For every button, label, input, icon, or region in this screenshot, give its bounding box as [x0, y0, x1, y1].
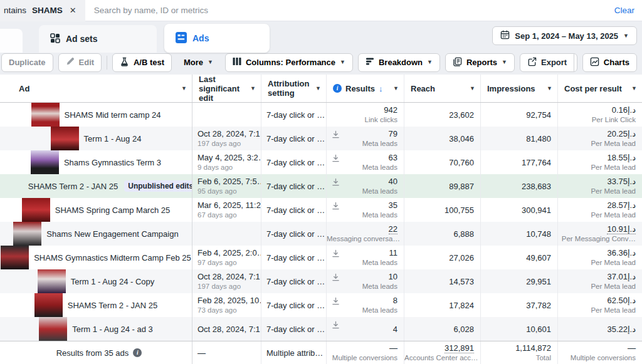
columns-icon [233, 57, 241, 68]
ad-thumbnail [34, 293, 63, 317]
download-icon[interactable] [332, 130, 340, 140]
ad-thumbnail [13, 222, 41, 246]
ad-thumbnail [31, 103, 60, 127]
export-button-label: Export [541, 58, 567, 67]
ad-thumbnail [39, 317, 67, 341]
ab-test-button-label: A/B test [134, 58, 164, 67]
info-icon[interactable]: i [133, 348, 142, 357]
column-header-attribution-setting[interactable]: Attribution setting▼ [261, 75, 327, 102]
edit-button-label: Edit [79, 58, 95, 67]
export-split-button: Export ▼ [520, 53, 577, 72]
ad-name-link[interactable]: SHAMS Mid term camp 24 [65, 110, 161, 120]
column-header-results[interactable]: i Results ↓ ▼ [327, 75, 404, 102]
ad-name-link[interactable]: Shams New Engagement Campaign [46, 229, 178, 239]
tab-strip: Ad sets Ads Sep 1, 2024 – May 13, 2025 ▼ [0, 21, 642, 53]
ad-thumbnail [0, 174, 23, 198]
grid-icon [50, 33, 60, 45]
export-button[interactable]: Export [520, 54, 574, 71]
chevron-down-icon[interactable]: ▼ [393, 86, 399, 91]
ab-test-button[interactable]: A/B test [112, 53, 172, 72]
search-bar: ntains SHAMS ✕ Clear [0, 0, 642, 21]
ad-name-link[interactable]: SHAMS Spring Camp March 25 [55, 205, 171, 215]
chevron-down-icon: ▼ [502, 60, 507, 65]
sort-descending-icon: ↓ [379, 84, 383, 93]
ad-name-link[interactable]: SHAMS Term 2 - JAN 25 [28, 182, 118, 191]
info-icon[interactable]: i [333, 84, 342, 93]
tab-ads-label: Ads [192, 33, 209, 43]
toolbar: Duplicate Edit A/B test More ▼ Columns: … [0, 53, 642, 75]
ad-name-link[interactable]: Shams Gymnastics Term 3 [64, 158, 161, 167]
table-row[interactable]: SHAMS Spring Camp March 25 Mar 6, 2025, … [0, 198, 642, 222]
reports-icon [453, 57, 462, 68]
duplicate-button-label: Duplicate [9, 58, 46, 67]
table-footer: Results from 35 ads i — Multiple attrib…… [0, 341, 642, 364]
download-icon[interactable] [332, 321, 340, 331]
column-header-last-significant-edit[interactable]: Last significant edit▼ [192, 75, 261, 102]
download-icon[interactable] [332, 297, 340, 307]
calendar-icon [500, 30, 510, 41]
flask-icon [120, 57, 129, 68]
table-row[interactable]: Shams Gymnastics Term 3 May 4, 2025, 3:2… [0, 150, 642, 174]
ad-name-link[interactable]: SHAMS Term 2 - JAN 25 [68, 301, 158, 310]
column-header-reach[interactable]: Reach▼ [404, 75, 481, 102]
chevron-down-icon[interactable]: ▼ [547, 86, 552, 91]
edit-button[interactable]: Edit [58, 53, 102, 72]
breakdown-icon [366, 57, 374, 68]
column-header-ad[interactable]: Ad▼ [0, 75, 192, 102]
charts-button[interactable]: Charts [582, 53, 637, 72]
more-button[interactable]: More ▼ [177, 53, 220, 72]
ad-name-link[interactable]: Term 1 - Aug 24 - Copy [71, 277, 155, 286]
column-header-cost-per-result[interactable]: Cost per result▼ [558, 75, 642, 102]
ad-name-link[interactable]: SHAMS Gymnastics Midterm Camp Feb 25 [34, 253, 191, 263]
download-icon[interactable] [332, 273, 340, 283]
download-icon[interactable] [332, 154, 340, 164]
table-row-selected[interactable]: SHAMS Term 2 - JAN 25Unpublished edits F… [0, 174, 642, 198]
chevron-down-icon: ▼ [427, 60, 433, 65]
charts-button-label: Charts [604, 58, 629, 67]
close-icon[interactable]: ✕ [68, 6, 78, 15]
ad-thumbnail [1, 246, 29, 269]
download-icon[interactable] [332, 249, 340, 259]
tab-ad-sets[interactable]: Ad sets [39, 25, 157, 53]
download-icon[interactable] [332, 178, 340, 188]
search-input[interactable] [85, 6, 614, 15]
more-button-label: More [184, 58, 203, 67]
reports-button[interactable]: Reports ▼ [445, 53, 515, 72]
filter-chip[interactable]: ntains SHAMS ✕ [0, 0, 85, 21]
charts-icon [590, 57, 599, 68]
tab-ads[interactable]: Ads [164, 24, 270, 53]
table-row[interactable]: Shams New Engagement Campaign 7-day clic… [0, 222, 642, 246]
footer-summary: Results from 35 ads [56, 348, 129, 358]
export-options-button[interactable]: ▼ [574, 54, 577, 71]
ad-name-link[interactable]: Term 1 - Aug 24 [84, 134, 142, 143]
column-header-impressions[interactable]: Impressions▼ [481, 75, 558, 102]
table-row[interactable]: SHAMS Gymnastics Midterm Camp Feb 25 Feb… [0, 246, 642, 269]
breakdown-button[interactable]: Breakdown ▼ [358, 53, 440, 72]
table-row[interactable]: Term 1 - Aug 24 - Copy Oct 28, 2024, 7:1… [0, 269, 642, 293]
table-row[interactable]: SHAMS Mid term camp 24 7-day click or … … [0, 103, 642, 127]
columns-button-label: Columns: Performance [246, 58, 335, 67]
unpublished-edits-badge: Unpublished edits [124, 180, 192, 192]
clear-link[interactable]: Clear [614, 6, 642, 15]
ad-name-link[interactable]: Term 1 - Aug 24 - ad 3 [72, 325, 153, 334]
ads-manager-app: ntains SHAMS ✕ Clear Ad sets Ads Sep 1, … [0, 0, 642, 364]
toolbar-divider [107, 56, 107, 70]
ad-thumbnail [31, 150, 59, 174]
chevron-down-icon[interactable]: ▼ [631, 86, 637, 91]
export-icon [527, 57, 537, 68]
chevron-down-icon[interactable]: ▼ [470, 86, 475, 91]
columns-button[interactable]: Columns: Performance ▼ [225, 53, 353, 72]
date-range-button[interactable]: Sep 1, 2024 – May 13, 2025 ▼ [492, 26, 637, 45]
tab-campaigns-partial[interactable] [0, 29, 23, 53]
chevron-down-icon[interactable]: ▼ [250, 86, 256, 91]
download-icon[interactable] [332, 202, 340, 212]
chevron-down-icon: ▼ [623, 33, 629, 39]
duplicate-button[interactable]: Duplicate [1, 53, 53, 72]
ad-thumbnail [51, 127, 79, 150]
table-row[interactable]: SHAMS Term 2 - JAN 25 Feb 28, 2025, 10…7… [0, 293, 642, 317]
tab-ad-sets-label: Ad sets [66, 34, 98, 44]
table-row[interactable]: Term 1 - Aug 24 - ad 3 Oct 28, 2024, 7:1… [0, 317, 642, 341]
chevron-down-icon[interactable]: ▼ [315, 86, 321, 91]
table-row[interactable]: Term 1 - Aug 24 Oct 28, 2024, 7:1…197 da… [0, 127, 642, 150]
chevron-down-icon[interactable]: ▼ [181, 86, 187, 91]
